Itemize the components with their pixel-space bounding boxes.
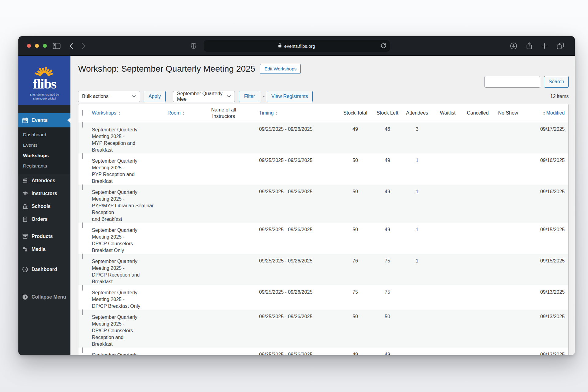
attendees-link[interactable]: 3 xyxy=(416,122,419,132)
filter-button[interactable]: Filter xyxy=(239,91,260,102)
modified-cell: 09/17/2025 xyxy=(540,122,568,132)
apply-button[interactable]: Apply xyxy=(144,91,166,102)
workshop-name[interactable]: September Quarterly Meeting 2025 -MYP Re… xyxy=(92,122,159,153)
select-all-checkbox[interactable] xyxy=(82,110,83,116)
forward-button[interactable] xyxy=(82,43,86,49)
column-header-workshops[interactable]: Workshops▲▼ xyxy=(92,110,159,116)
address-bar[interactable]: events.flibs.org xyxy=(204,40,390,52)
table-row: September Quarterly Meeting 2025 -DP/CP … xyxy=(78,310,568,348)
stock-total-cell: 50 xyxy=(352,223,358,232)
close-window-button[interactable] xyxy=(27,44,31,48)
table-row: September Quarterly Meeting 2025 -PYP Re… xyxy=(78,153,568,185)
share-icon[interactable] xyxy=(526,42,533,50)
submenu-item-workshops[interactable]: Workshops xyxy=(18,150,70,161)
attendees-link[interactable]: 1 xyxy=(416,223,419,232)
row-checkbox[interactable] xyxy=(82,122,83,128)
table-row: September Quarterly Meeting 2025 -DP/CP … xyxy=(78,285,568,310)
timing-cell: 09/25/2025 - 09/26/2025 xyxy=(254,223,337,232)
sidebar-item-orders[interactable]: Orders xyxy=(18,213,70,226)
submenu-item-registrants[interactable]: Registrants xyxy=(18,161,70,171)
page-title: Workshop: September Quarterly Meeting 20… xyxy=(78,64,255,74)
sort-arrows-icon: ▲▼ xyxy=(182,111,185,115)
sidebar-item-attendees[interactable]: Attendees xyxy=(18,174,70,187)
collapse-menu-button[interactable]: Collapse Menu xyxy=(18,291,70,303)
attendees-link[interactable]: 1 xyxy=(416,185,419,194)
edit-workshops-button[interactable]: Edit Workshops xyxy=(260,64,301,74)
workshop-name[interactable]: September Quarterly Meeting 2025 -PYP/MY… xyxy=(92,185,159,223)
column-header-room[interactable]: Room▲▼ xyxy=(168,110,185,116)
modified-cell: 09/13/2025 xyxy=(540,348,568,355)
table-row: September Quarterly Meeting 2025 -PYP/MY… xyxy=(78,185,568,223)
stock-left-cell: 50 xyxy=(385,310,390,319)
row-checkbox[interactable] xyxy=(82,153,83,159)
new-tab-icon[interactable] xyxy=(541,43,548,49)
sidebar-item-media[interactable]: Media xyxy=(18,243,70,256)
attendees-link[interactable]: 1 xyxy=(416,254,419,264)
workshop-name[interactable]: September Quarterly Meeting 2025 -DP/CP … xyxy=(92,310,159,348)
modified-cell: 09/16/2025 xyxy=(540,153,568,163)
stock-total-cell: 50 xyxy=(352,153,358,163)
sidebar-item-events[interactable]: Events xyxy=(18,113,70,127)
table-row: September Quarterly Meeting 2025 -MYP Br… xyxy=(78,348,568,355)
browser-window: events.flibs.org xyxy=(18,36,575,355)
document-icon xyxy=(22,216,28,222)
search-button[interactable]: Search xyxy=(544,76,569,88)
submenu-item-dashboard[interactable]: Dashboard xyxy=(18,130,70,140)
sort-arrows-icon: ▲▼ xyxy=(118,111,121,115)
table-row: September Quarterly Meeting 2025 -DP/CP … xyxy=(78,223,568,254)
downloads-icon[interactable] xyxy=(510,42,517,50)
workshop-name[interactable]: September Quarterly Meeting 2025 -DP/CP … xyxy=(92,223,159,254)
browser-titlebar: events.flibs.org xyxy=(18,36,575,56)
event-filter-select[interactable]: September Quarterly Mee xyxy=(173,91,235,102)
stock-left-cell: 49 xyxy=(385,223,390,232)
traffic-lights xyxy=(27,44,47,48)
sidebar-toggle-icon[interactable] xyxy=(53,43,61,49)
column-header-stock-left: Stock Left xyxy=(376,110,398,116)
view-registrants-button[interactable]: View Registrants xyxy=(267,91,313,102)
stock-left-cell: 49 xyxy=(385,348,390,355)
privacy-shield-icon[interactable] xyxy=(191,43,196,50)
search-input[interactable] xyxy=(484,76,540,88)
column-header-instructors: Name of all Instructors xyxy=(207,107,240,119)
row-checkbox[interactable] xyxy=(82,184,83,190)
column-header-timing[interactable]: Timing▲▼ xyxy=(254,110,337,116)
minimize-window-button[interactable] xyxy=(35,44,39,48)
stock-total-cell: 49 xyxy=(352,348,358,355)
row-checkbox[interactable] xyxy=(82,285,83,291)
reload-icon[interactable] xyxy=(381,43,386,50)
modified-cell: 09/13/2025 xyxy=(540,310,568,319)
stock-total-cell: 50 xyxy=(352,185,358,194)
timing-cell: 09/25/2025 - 09/26/2025 xyxy=(254,153,337,163)
workshop-name[interactable]: September Quarterly Meeting 2025 -MYP Br… xyxy=(92,348,159,355)
sidebar-item-dashboard[interactable]: Dashboard xyxy=(18,263,70,276)
sidebar-item-products[interactable]: Products xyxy=(18,230,70,243)
modified-cell: 09/15/2025 xyxy=(540,254,568,264)
sort-arrows-icon: ▲▼ xyxy=(275,111,278,115)
stock-left-cell: 46 xyxy=(385,122,390,132)
sort-arrows-icon: ▲▼ xyxy=(543,111,545,115)
column-header-modified[interactable]: ▲▼Modified xyxy=(543,110,568,116)
back-button[interactable] xyxy=(69,43,73,49)
row-checkbox[interactable] xyxy=(82,347,83,353)
attendees-link[interactable]: 1 xyxy=(416,153,419,163)
column-header-stock-total: Stock Total xyxy=(343,110,367,116)
bulk-actions-select[interactable]: Bulk actions xyxy=(78,91,140,102)
table-header-row: Workshops▲▼ Room▲▼ Name of all Instructo… xyxy=(78,104,568,122)
row-checkbox[interactable] xyxy=(82,309,83,315)
workshop-name[interactable]: September Quarterly Meeting 2025 -DP/CP … xyxy=(92,285,159,310)
submenu-item-events[interactable]: Events xyxy=(18,140,70,150)
stock-total-cell: 75 xyxy=(352,285,358,295)
separator-dash: - xyxy=(263,94,265,99)
sidebar-item-schools[interactable]: Schools xyxy=(18,200,70,213)
zoom-window-button[interactable] xyxy=(43,44,47,48)
table-body: September Quarterly Meeting 2025 -MYP Re… xyxy=(78,122,568,355)
sidebar-item-instructors[interactable]: Instructors xyxy=(18,187,70,200)
tab-overview-icon[interactable] xyxy=(556,42,564,50)
row-checkbox[interactable] xyxy=(82,222,83,228)
table-row: September Quarterly Meeting 2025 -DP/CP … xyxy=(78,254,568,285)
graduation-cap-icon xyxy=(22,190,28,197)
workshop-name[interactable]: September Quarterly Meeting 2025 -PYP Re… xyxy=(92,153,159,185)
url-text: events.flibs.org xyxy=(284,43,315,49)
row-checkbox[interactable] xyxy=(82,254,83,259)
workshop-name[interactable]: September Quarterly Meeting 2025 -DP/CP … xyxy=(92,254,159,285)
